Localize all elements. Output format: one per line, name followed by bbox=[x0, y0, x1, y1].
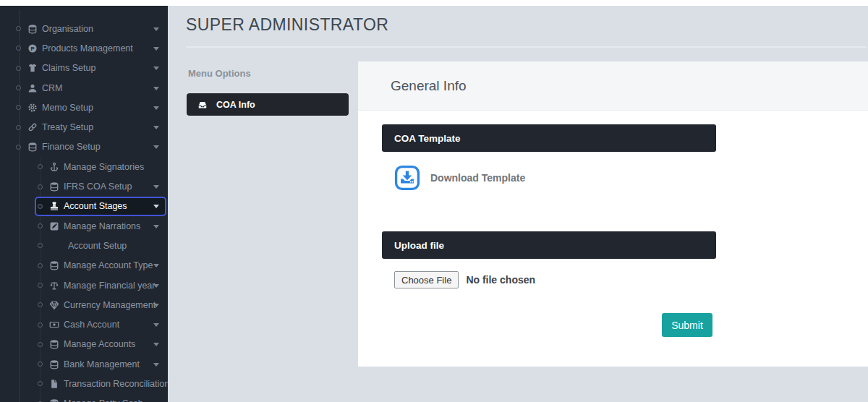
menu-item-label: COA Info bbox=[216, 100, 255, 110]
sidebar-item-label: Account Stages bbox=[64, 201, 127, 211]
tree-bullet bbox=[38, 204, 43, 209]
tree-bullet bbox=[38, 283, 43, 288]
tree-bullet bbox=[38, 362, 43, 367]
sidebar-item-transaction-reconciliation[interactable]: Transaction Reconciliation bbox=[0, 374, 168, 393]
chevron-down-icon bbox=[153, 87, 159, 90]
sidebar-item-manage-petty-cash[interactable]: Manage Petty Cash bbox=[0, 394, 168, 402]
chevron-down-icon bbox=[153, 47, 159, 51]
card-header: General Info bbox=[358, 61, 868, 111]
sidebar-item-currency-management[interactable]: Currency Management bbox=[0, 295, 168, 315]
general-info-card: General Info COA Template Download Templ… bbox=[358, 61, 868, 367]
sidebar-item-label: Treaty Setup bbox=[42, 122, 93, 132]
tree-bullet bbox=[38, 164, 43, 169]
menu-options-heading: Menu Options bbox=[188, 68, 251, 79]
sidebar-item-cash-account[interactable]: Cash Account bbox=[0, 315, 168, 334]
sidebar-item-label: Memo Setup bbox=[42, 103, 93, 113]
sidebar-item-claims-setup[interactable]: Claims Setup bbox=[0, 59, 168, 78]
database-icon bbox=[49, 359, 59, 369]
chevron-down-icon bbox=[153, 363, 159, 367]
sidebar-item-products-management[interactable]: PProducts Management bbox=[0, 38, 168, 58]
sidebar-item-label: Products Management bbox=[42, 43, 133, 54]
chevron-down-icon bbox=[153, 264, 159, 268]
tree-bullet bbox=[38, 381, 43, 386]
sidebar-item-label: Manage Narrations bbox=[64, 221, 140, 231]
chevron-down-icon bbox=[153, 27, 159, 31]
file-icon bbox=[49, 379, 59, 389]
tree-bullet bbox=[16, 125, 21, 130]
database-icon bbox=[49, 339, 59, 349]
submit-button[interactable]: Submit bbox=[662, 313, 712, 337]
money-icon bbox=[49, 320, 59, 330]
database-icon bbox=[49, 260, 59, 270]
tree-bullet bbox=[38, 302, 43, 307]
sidebar-item-label: Cash Account bbox=[64, 320, 119, 330]
gear-icon bbox=[27, 103, 38, 113]
sidebar-item-label: Organisation bbox=[42, 24, 93, 34]
card-title: General Info bbox=[391, 78, 467, 94]
coa-template-bar: COA Template bbox=[382, 124, 716, 152]
pen-square-icon bbox=[49, 221, 59, 231]
sidebar-item-bank-management[interactable]: Bank Management bbox=[0, 354, 168, 374]
sidebar-item-manage-signatories[interactable]: Manage Signatories bbox=[0, 157, 168, 176]
file-input: Choose File No file chosen bbox=[394, 271, 535, 288]
chevron-down-icon bbox=[153, 225, 159, 228]
chevron-down-icon bbox=[153, 106, 159, 110]
chevron-down-icon bbox=[153, 304, 159, 307]
menu-item-coa-info[interactable]: COA Info bbox=[187, 93, 349, 116]
chevron-down-icon bbox=[153, 343, 159, 346]
sidebar-item-account-stages[interactable]: Account Stages bbox=[0, 197, 168, 216]
database-icon bbox=[49, 181, 59, 192]
sidebar-item-manage-financial-year[interactable]: Manage Financial year bbox=[0, 275, 168, 295]
shirt-icon bbox=[27, 63, 38, 73]
user-icon bbox=[27, 83, 38, 93]
sidebar-item-label: Currency Management bbox=[64, 300, 156, 310]
main-area: SUPER ADMINISTRATOR Menu Options COA Inf… bbox=[168, 6, 868, 402]
page-title: SUPER ADMINISTRATOR bbox=[186, 15, 388, 35]
sidebar-item-label: Finance Setup bbox=[42, 142, 101, 152]
sidebar: OrganisationPProducts ManagementClaims S… bbox=[0, 6, 168, 402]
tree-bullet bbox=[38, 322, 43, 328]
download-template-label[interactable]: Download Template bbox=[430, 172, 525, 184]
database-icon bbox=[27, 24, 38, 34]
sidebar-item-treaty-setup[interactable]: Treaty Setup bbox=[0, 117, 168, 137]
download-icon[interactable] bbox=[394, 165, 420, 191]
tree-bullet bbox=[38, 263, 43, 268]
sidebar-item-organisation[interactable]: Organisation bbox=[0, 19, 168, 38]
anchor-icon bbox=[49, 162, 59, 172]
tree-bullet bbox=[38, 342, 43, 347]
upload-file-bar: Upload file bbox=[382, 231, 716, 259]
chevron-down-icon bbox=[153, 145, 159, 149]
chevron-down-icon bbox=[153, 205, 159, 208]
sidebar-item-manage-narrations[interactable]: Manage Narrations bbox=[0, 216, 168, 236]
download-template-link[interactable]: Download Template bbox=[394, 165, 525, 191]
sidebar-item-ifrs-coa-setup[interactable]: IFRS COA Setup bbox=[0, 176, 168, 196]
sidebar-item-manage-account-type[interactable]: Manage Account Type bbox=[0, 256, 168, 275]
sidebar-item-label: Manage Financial year bbox=[64, 281, 155, 291]
sidebar-item-label: Bank Management bbox=[64, 359, 140, 369]
chevron-down-icon bbox=[153, 126, 159, 129]
sidebar-item-label: Manage Accounts bbox=[64, 339, 135, 349]
upload-file-heading: Upload file bbox=[394, 240, 444, 251]
sidebar-item-manage-accounts[interactable]: Manage Accounts bbox=[0, 335, 168, 354]
tree-bullet bbox=[16, 66, 21, 71]
sidebar-item-crm[interactable]: CRM bbox=[0, 78, 168, 98]
sidebar-item-account-setup[interactable]: Account Setup bbox=[0, 236, 168, 255]
svg-text:P: P bbox=[30, 46, 34, 52]
tree-bullet bbox=[16, 85, 21, 90]
file-chosen-status: No file chosen bbox=[466, 274, 535, 286]
sidebar-item-label: Manage Account Type bbox=[64, 260, 153, 270]
chevron-down-icon bbox=[153, 67, 159, 70]
sidebar-item-label: Account Setup bbox=[68, 241, 127, 251]
stamp-icon bbox=[49, 201, 59, 211]
scale-icon bbox=[49, 281, 59, 291]
choose-file-button[interactable]: Choose File bbox=[394, 271, 459, 288]
sidebar-item-memo-setup[interactable]: Memo Setup bbox=[0, 98, 168, 117]
sidebar-item-label: Manage Signatories bbox=[64, 162, 144, 172]
header-divider bbox=[186, 46, 867, 48]
link-icon bbox=[27, 122, 38, 132]
sidebar-item-finance-setup[interactable]: Finance Setup bbox=[0, 137, 168, 157]
sidebar-item-label: IFRS COA Setup bbox=[64, 181, 132, 192]
tree-bullet bbox=[16, 145, 21, 150]
circle-p-icon: P bbox=[27, 43, 38, 54]
sidebar-nav: OrganisationPProducts ManagementClaims S… bbox=[0, 19, 168, 402]
